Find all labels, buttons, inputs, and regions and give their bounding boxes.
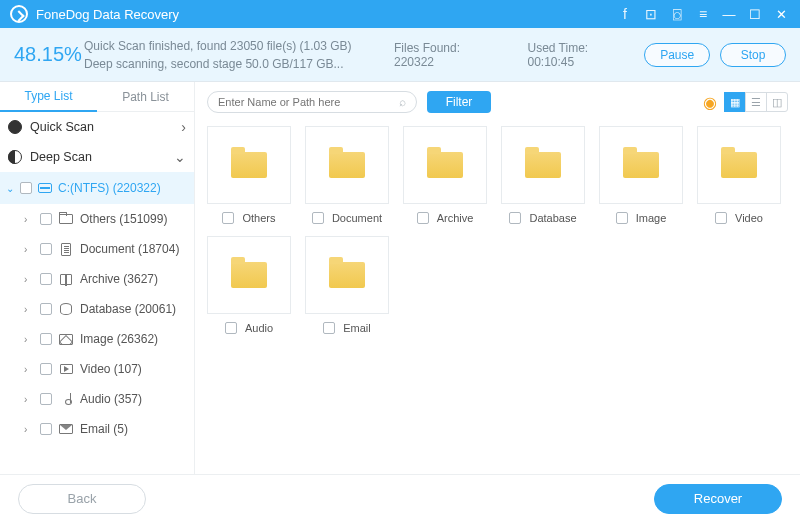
arch-icon (58, 273, 74, 286)
chevron-right-icon: › (24, 214, 34, 225)
folder-card[interactable]: Archive (403, 126, 487, 226)
card-label: Image (636, 212, 667, 224)
folder-card[interactable]: Document (305, 126, 389, 226)
folder-card[interactable]: Audio (207, 236, 291, 336)
preview-toggle-icon[interactable]: ◉ (703, 93, 717, 112)
node-label: Image (26362) (80, 332, 158, 346)
tab-type-list[interactable]: Type List (0, 82, 97, 112)
tree-quick-scan[interactable]: Quick Scan › (0, 112, 194, 142)
drive-icon (38, 183, 52, 193)
card-checkbox[interactable] (417, 212, 429, 224)
card-checkbox[interactable] (225, 322, 237, 334)
view-detail-button[interactable]: ◫ (766, 92, 788, 112)
node-checkbox[interactable] (40, 363, 52, 375)
status-line-2: Deep scanning, second stage 50.0 GB/117 … (84, 55, 384, 73)
folder-card[interactable]: Others (207, 126, 291, 226)
chevron-right-icon: › (181, 119, 186, 135)
folder-thumbnail (501, 126, 585, 204)
card-checkbox[interactable] (616, 212, 628, 224)
folder-thumbnail (403, 126, 487, 204)
chevron-down-icon: ⌄ (6, 183, 14, 194)
status-bar: 48.15% Quick Scan finished, found 23050 … (0, 28, 800, 82)
img-icon (58, 333, 74, 346)
clock-full-icon (8, 120, 22, 134)
tree-drive-c[interactable]: ⌄ C:(NTFS) (220322) (0, 172, 194, 204)
chevron-right-icon: › (24, 244, 34, 255)
folder-icon (58, 213, 74, 226)
card-checkbox[interactable] (509, 212, 521, 224)
facebook-icon[interactable]: f (612, 6, 638, 22)
view-list-button[interactable]: ☰ (745, 92, 767, 112)
recover-button[interactable]: Recover (654, 484, 782, 514)
folder-card[interactable]: Database (501, 126, 585, 226)
pause-button[interactable]: Pause (644, 43, 710, 67)
back-button[interactable]: Back (18, 484, 146, 514)
folder-card[interactable]: Image (599, 126, 683, 226)
register-icon[interactable]: ⌼ (664, 6, 690, 22)
app-logo-icon (10, 5, 28, 23)
node-label: Audio (357) (80, 392, 142, 406)
tab-path-list[interactable]: Path List (97, 82, 194, 111)
node-checkbox[interactable] (40, 273, 52, 285)
search-input[interactable] (218, 96, 399, 108)
folder-icon (427, 152, 463, 178)
card-label: Others (242, 212, 275, 224)
folder-icon (231, 152, 267, 178)
used-time-label: Used Time: (527, 41, 588, 55)
tree-node[interactable]: ›Document (18704) (0, 234, 194, 264)
tree-node[interactable]: ›Database (20061) (0, 294, 194, 324)
tree-node[interactable]: ›Others (151099) (0, 204, 194, 234)
minimize-button[interactable]: — (716, 7, 742, 22)
folder-thumbnail (697, 126, 781, 204)
tree-deep-scan[interactable]: Deep Scan ⌄ (0, 142, 194, 172)
folder-icon (623, 152, 659, 178)
sidebar: Type List Path List Quick Scan › Deep Sc… (0, 82, 195, 474)
card-label: Video (735, 212, 763, 224)
status-line-1: Quick Scan finished, found 23050 file(s)… (84, 37, 384, 55)
node-label: Document (18704) (80, 242, 179, 256)
tree-node[interactable]: ›Email (5) (0, 414, 194, 444)
close-button[interactable]: ✕ (768, 7, 794, 22)
feedback-icon[interactable]: ⊡ (638, 6, 664, 22)
chevron-right-icon: › (24, 394, 34, 405)
chevron-down-icon: ⌄ (174, 149, 186, 165)
filter-button[interactable]: Filter (427, 91, 491, 113)
doc-icon (58, 243, 74, 256)
stop-button[interactable]: Stop (720, 43, 786, 67)
folder-icon (721, 152, 757, 178)
folder-card[interactable]: Video (697, 126, 781, 226)
node-checkbox[interactable] (40, 213, 52, 225)
footer: Back Recover (0, 474, 800, 522)
card-label: Database (529, 212, 576, 224)
folder-icon (329, 262, 365, 288)
node-checkbox[interactable] (40, 333, 52, 345)
menu-icon[interactable]: ≡ (690, 6, 716, 22)
tree-node[interactable]: ›Archive (3627) (0, 264, 194, 294)
tree-node[interactable]: ›Image (26362) (0, 324, 194, 354)
chevron-right-icon: › (24, 334, 34, 345)
tree-node[interactable]: ›Audio (357) (0, 384, 194, 414)
folder-thumbnail (207, 236, 291, 314)
card-checkbox[interactable] (222, 212, 234, 224)
folder-card[interactable]: Email (305, 236, 389, 336)
search-box[interactable]: ⌕ (207, 91, 417, 113)
card-checkbox[interactable] (312, 212, 324, 224)
tree-node[interactable]: ›Video (107) (0, 354, 194, 384)
search-icon: ⌕ (399, 95, 406, 109)
node-label: Database (20061) (80, 302, 176, 316)
view-grid-button[interactable]: ▦ (724, 92, 746, 112)
node-checkbox[interactable] (40, 243, 52, 255)
maximize-button[interactable]: ☐ (742, 7, 768, 22)
title-bar: FoneDog Data Recovery f ⊡ ⌼ ≡ — ☐ ✕ (0, 0, 800, 28)
chevron-right-icon: › (24, 424, 34, 435)
node-checkbox[interactable] (40, 423, 52, 435)
folder-thumbnail (305, 126, 389, 204)
node-checkbox[interactable] (40, 393, 52, 405)
node-checkbox[interactable] (40, 303, 52, 315)
folder-icon (231, 262, 267, 288)
card-checkbox[interactable] (715, 212, 727, 224)
card-label: Audio (245, 322, 273, 334)
drive-checkbox[interactable] (20, 182, 32, 194)
node-label: Video (107) (80, 362, 142, 376)
card-checkbox[interactable] (323, 322, 335, 334)
